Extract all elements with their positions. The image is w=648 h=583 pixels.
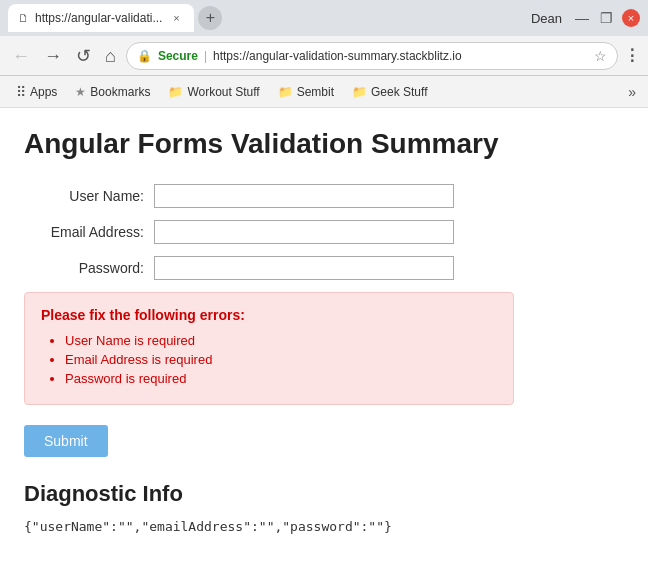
address-bar[interactable]: 🔒 Secure | https://angular-validation-su… bbox=[126, 42, 618, 70]
page-title: Angular Forms Validation Summary bbox=[24, 128, 624, 160]
bookmarks-label-item[interactable]: ★ Bookmarks bbox=[67, 82, 158, 102]
password-input[interactable] bbox=[154, 256, 454, 280]
bookmark-sembit[interactable]: 📁 Sembit bbox=[270, 82, 342, 102]
forward-button[interactable]: → bbox=[40, 45, 66, 67]
minimize-button[interactable]: — bbox=[574, 10, 590, 26]
star-icon: ★ bbox=[75, 85, 86, 99]
tab-title: https://angular-validati... bbox=[35, 11, 162, 25]
folder-icon-geek: 📁 bbox=[352, 85, 367, 99]
restore-button[interactable]: ❐ bbox=[598, 10, 614, 26]
tab-close-button[interactable]: × bbox=[168, 10, 184, 26]
browser-tab[interactable]: 🗋 https://angular-validati... × bbox=[8, 4, 194, 32]
username-row: User Name: bbox=[24, 184, 624, 208]
submit-button[interactable]: Submit bbox=[24, 425, 108, 457]
bookmark-star-button[interactable]: ☆ bbox=[594, 48, 607, 64]
error-username: User Name is required bbox=[65, 333, 497, 348]
bookmarks-overflow-button[interactable]: » bbox=[624, 84, 640, 100]
chrome-menu-button[interactable]: ⋮ bbox=[624, 46, 640, 65]
url-text: https://angular-validation-summary.stack… bbox=[213, 49, 588, 63]
lock-icon: 🔒 bbox=[137, 49, 152, 63]
chrome-window: 🗋 https://angular-validati... × + Dean —… bbox=[0, 0, 648, 583]
email-row: Email Address: bbox=[24, 220, 624, 244]
password-row: Password: bbox=[24, 256, 624, 280]
window-controls: Dean — ❐ × bbox=[531, 9, 640, 27]
window-user-label: Dean bbox=[531, 11, 562, 26]
bookmark-geek-label: Geek Stuff bbox=[371, 85, 427, 99]
url-separator: | bbox=[204, 49, 207, 63]
navigation-toolbar: ← → ↺ ⌂ 🔒 Secure | https://angular-valid… bbox=[0, 36, 648, 76]
folder-icon-workout: 📁 bbox=[168, 85, 183, 99]
error-header: Please fix the following errors: bbox=[41, 307, 497, 323]
error-summary-box: Please fix the following errors: User Na… bbox=[24, 292, 514, 405]
folder-icon-sembit: 📁 bbox=[278, 85, 293, 99]
apps-bookmark[interactable]: ⠿ Apps bbox=[8, 81, 65, 103]
error-list: User Name is required Email Address is r… bbox=[41, 333, 497, 386]
username-label: User Name: bbox=[24, 188, 154, 204]
diagnostic-json: {"userName":"","emailAddress":"","passwo… bbox=[24, 519, 624, 534]
title-bar: 🗋 https://angular-validati... × + Dean —… bbox=[0, 0, 648, 36]
email-label: Email Address: bbox=[24, 224, 154, 240]
bookmark-workout-label: Workout Stuff bbox=[187, 85, 259, 99]
email-input[interactable] bbox=[154, 220, 454, 244]
diagnostic-title: Diagnostic Info bbox=[24, 481, 624, 507]
close-button[interactable]: × bbox=[622, 9, 640, 27]
reload-button[interactable]: ↺ bbox=[72, 45, 95, 67]
error-password: Password is required bbox=[65, 371, 497, 386]
bookmarks-bar: ⠿ Apps ★ Bookmarks 📁 Workout Stuff 📁 Sem… bbox=[0, 76, 648, 108]
apps-label: Apps bbox=[30, 85, 57, 99]
bookmark-sembit-label: Sembit bbox=[297, 85, 334, 99]
username-input[interactable] bbox=[154, 184, 454, 208]
new-tab-button[interactable]: + bbox=[198, 6, 222, 30]
apps-grid-icon: ⠿ bbox=[16, 84, 26, 100]
bookmark-geek-stuff[interactable]: 📁 Geek Stuff bbox=[344, 82, 435, 102]
bookmarks-text: Bookmarks bbox=[90, 85, 150, 99]
validation-form: User Name: Email Address: Password: Plea… bbox=[24, 184, 624, 481]
password-label: Password: bbox=[24, 260, 154, 276]
back-button[interactable]: ← bbox=[8, 45, 34, 67]
error-email: Email Address is required bbox=[65, 352, 497, 367]
tab-page-icon: 🗋 bbox=[18, 12, 29, 24]
page-content: Angular Forms Validation Summary User Na… bbox=[0, 108, 648, 583]
bookmark-workout-stuff[interactable]: 📁 Workout Stuff bbox=[160, 82, 267, 102]
home-button[interactable]: ⌂ bbox=[101, 45, 120, 67]
secure-label: Secure bbox=[158, 49, 198, 63]
